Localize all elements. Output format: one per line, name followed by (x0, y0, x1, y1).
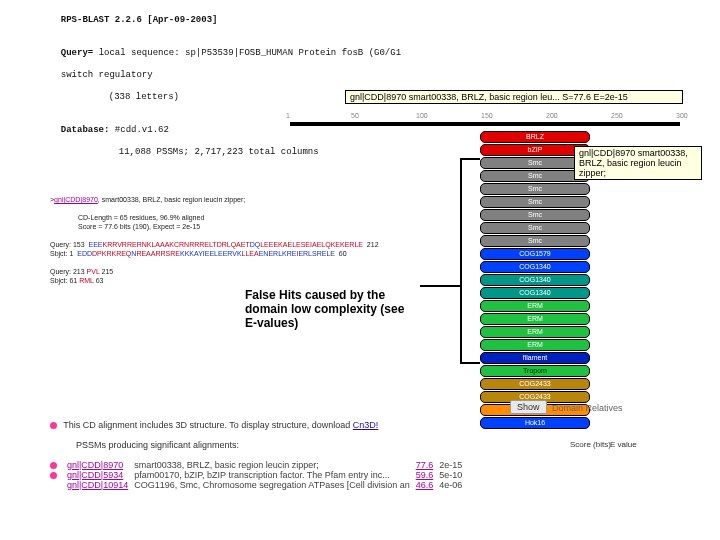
pssm-heading: PSSMs producing significant alignments: (76, 440, 239, 450)
ruler-tick: 100 (416, 112, 428, 119)
false-hits-annotation: False Hits caused by the domain low comp… (245, 288, 415, 330)
domain-bar[interactable]: ERM (480, 300, 590, 312)
bracket-line (460, 158, 480, 364)
cd3d-text: This CD alignment includes 3D structure.… (63, 420, 352, 430)
bullet-icon (50, 422, 57, 429)
query-line2: switch regulatory (61, 70, 153, 80)
score-header: Score (bits) (570, 440, 611, 449)
domain-bar[interactable]: filament (480, 352, 590, 364)
domain-bar[interactable]: BRLZ (480, 131, 590, 143)
hit-id-link[interactable]: gnl|CDD|10914 (67, 480, 128, 490)
query-line3: (338 letters) (61, 92, 179, 102)
ruler-tick: 1 (286, 112, 290, 119)
hit-desc: pfam00170, bZIP, bZIP transcription fact… (134, 470, 415, 480)
ruler-tick: 250 (611, 112, 623, 119)
hit-desc: COG1196, Smc, Chromosome segregation ATP… (134, 480, 415, 490)
ruler-tick: 300 (676, 112, 688, 119)
hit-row: gnl|CDD|5934pfam00170, bZIP, bZIP transc… (50, 470, 468, 480)
hit-evalue: 5e-10 (439, 470, 468, 480)
database-line2: 11,088 PSSMs; 2,717,223 total columns (61, 147, 319, 157)
alignment-detail: >gnl|CDD|8970, smart00338, BRLZ, basic r… (50, 195, 390, 285)
hit-desc: smart00338, BRLZ, basic region leucin zi… (134, 460, 415, 470)
hit-id-link[interactable]: gnl|CDD|8970 (67, 460, 123, 470)
domain-bar[interactable]: COG1579 (480, 248, 590, 260)
cd-length: CD-Length = 65 residues, 96.9% aligned (50, 213, 390, 222)
domain-bar[interactable]: Tropom (480, 365, 590, 377)
bullet-icon (50, 462, 57, 469)
hit-evalue: 4e-06 (439, 480, 468, 490)
hit-row: gnl|CDD|8970smart00338, BRLZ, basic regi… (50, 460, 468, 470)
rps-blast-header: RPS-BLAST 2.2.6 [Apr-09-2003] Query= loc… (50, 4, 401, 158)
tooltip-top: gnl|CDD|8970 smart00338, BRLZ, basic reg… (345, 90, 683, 104)
hit-score-link[interactable]: 59.6 (416, 470, 434, 480)
database-label: Database: (61, 125, 110, 135)
hit-row: gnl|CDD|10914COG1196, Smc, Chromosome se… (50, 480, 468, 490)
tooltip-side: gnl|CDD|8970 smart00338, BRLZ, basic reg… (574, 146, 702, 180)
show-domain-relatives-button[interactable]: Show (510, 400, 547, 414)
bottom-block: This CD alignment includes 3D structure.… (50, 420, 690, 490)
show-desc: Domain Relatives (552, 403, 623, 413)
cn3d-download-link[interactable]: Cn3D! (353, 420, 379, 430)
domain-bar[interactable]: Smc (480, 196, 590, 208)
hit-evalue: 2e-15 (439, 460, 468, 470)
hits-table: gnl|CDD|8970smart00338, BRLZ, basic regi… (50, 460, 468, 490)
domain-bar[interactable]: COG2433 (480, 378, 590, 390)
domain-bar[interactable]: Smc (480, 235, 590, 247)
bracket-stem (420, 285, 460, 287)
domain-bar[interactable]: COG1340 (480, 287, 590, 299)
hit-id-link[interactable]: gnl|CDD|5934 (67, 470, 123, 480)
query-line1: local sequence: sp|P53539|FOSB_HUMAN Pro… (99, 48, 401, 58)
query-label: Query= (61, 48, 93, 58)
title: RPS-BLAST 2.2.6 [Apr-09-2003] (61, 15, 218, 25)
eval-header: E value (610, 440, 637, 449)
database-line1: #cdd.v1.62 (115, 125, 169, 135)
domain-bar[interactable]: Smc (480, 209, 590, 221)
domain-bar[interactable]: Smc (480, 222, 590, 234)
query-ruler: 150100150200250300 (290, 112, 680, 126)
hit-score-link[interactable]: 46.6 (416, 480, 434, 490)
score-line: Score = 77.6 bits (190), Expect = 2e-15 (50, 222, 390, 231)
domain-bar[interactable]: Smc (480, 183, 590, 195)
domain-bar[interactable]: COG1340 (480, 261, 590, 273)
domain-bar[interactable]: ERM (480, 339, 590, 351)
hit-score-link[interactable]: 77.6 (416, 460, 434, 470)
bullet-icon (50, 472, 57, 479)
hit-id-link[interactable]: gnl|CDD|8970 (54, 196, 98, 203)
ruler-tick: 200 (546, 112, 558, 119)
domain-bar[interactable]: ERM (480, 326, 590, 338)
ruler-tick: 150 (481, 112, 493, 119)
domain-bar[interactable]: ERM (480, 313, 590, 325)
ruler-tick: 50 (351, 112, 359, 119)
domain-bar[interactable]: COG1340 (480, 274, 590, 286)
